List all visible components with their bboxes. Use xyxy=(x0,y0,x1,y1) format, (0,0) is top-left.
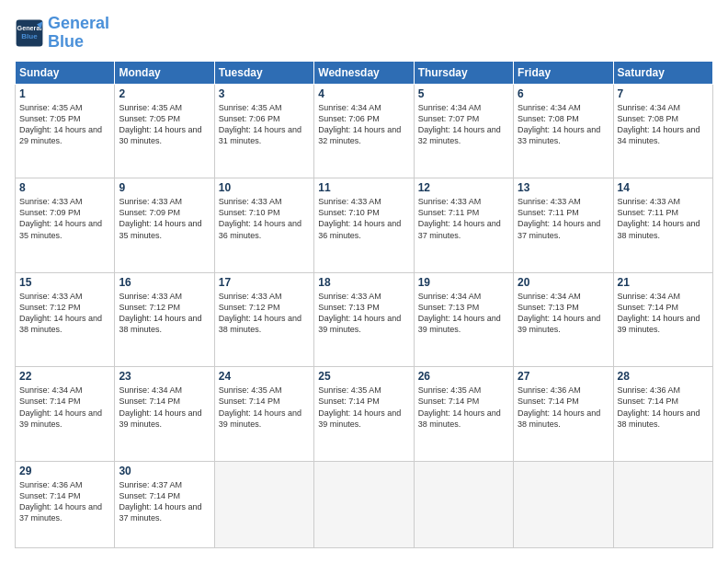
weekday-header-monday: Monday xyxy=(115,61,214,84)
day-info: Sunrise: 4:33 AM Sunset: 7:09 PM Dayligh… xyxy=(19,196,110,241)
day-number: 3 xyxy=(219,87,310,100)
day-number: 17 xyxy=(219,276,310,289)
calendar-cell xyxy=(414,461,513,547)
day-info: Sunrise: 4:35 AM Sunset: 7:05 PM Dayligh… xyxy=(19,102,110,147)
calendar-cell: 6 Sunrise: 4:34 AM Sunset: 7:08 PM Dayli… xyxy=(514,84,613,178)
day-info: Sunrise: 4:36 AM Sunset: 7:14 PM Dayligh… xyxy=(518,385,609,430)
calendar-cell: 7 Sunrise: 4:34 AM Sunset: 7:08 PM Dayli… xyxy=(613,84,712,178)
week-row-3: 15 Sunrise: 4:33 AM Sunset: 7:12 PM Dayl… xyxy=(16,272,713,367)
calendar-cell: 21 Sunrise: 4:34 AM Sunset: 7:14 PM Dayl… xyxy=(613,272,712,367)
day-info: Sunrise: 4:33 AM Sunset: 7:12 PM Dayligh… xyxy=(119,291,210,336)
day-info: Sunrise: 4:36 AM Sunset: 7:14 PM Dayligh… xyxy=(618,385,709,430)
calendar-table: SundayMondayTuesdayWednesdayThursdayFrid… xyxy=(15,61,713,548)
calendar-cell: 9 Sunrise: 4:33 AM Sunset: 7:09 PM Dayli… xyxy=(115,178,214,273)
calendar-cell: 30 Sunrise: 4:37 AM Sunset: 7:14 PM Dayl… xyxy=(115,461,214,547)
day-number: 8 xyxy=(19,181,110,194)
day-number: 13 xyxy=(518,181,609,194)
day-number: 21 xyxy=(618,276,709,289)
day-info: Sunrise: 4:36 AM Sunset: 7:14 PM Dayligh… xyxy=(19,479,110,524)
day-info: Sunrise: 4:33 AM Sunset: 7:12 PM Dayligh… xyxy=(19,291,110,336)
calendar-cell xyxy=(613,461,712,547)
day-info: Sunrise: 4:35 AM Sunset: 7:14 PM Dayligh… xyxy=(219,385,310,430)
calendar-cell: 3 Sunrise: 4:35 AM Sunset: 7:06 PM Dayli… xyxy=(214,84,313,178)
day-number: 16 xyxy=(119,276,210,289)
day-number: 29 xyxy=(19,465,110,477)
day-info: Sunrise: 4:37 AM Sunset: 7:14 PM Dayligh… xyxy=(119,479,210,524)
day-number: 23 xyxy=(119,370,210,383)
day-number: 2 xyxy=(119,87,210,100)
calendar-cell: 8 Sunrise: 4:33 AM Sunset: 7:09 PM Dayli… xyxy=(16,178,115,273)
day-number: 15 xyxy=(19,276,110,289)
day-number: 20 xyxy=(518,276,609,289)
day-info: Sunrise: 4:33 AM Sunset: 7:09 PM Dayligh… xyxy=(119,196,210,241)
day-number: 24 xyxy=(219,370,310,383)
day-info: Sunrise: 4:34 AM Sunset: 7:08 PM Dayligh… xyxy=(518,102,609,147)
calendar-cell: 1 Sunrise: 4:35 AM Sunset: 7:05 PM Dayli… xyxy=(16,84,115,178)
calendar-cell: 27 Sunrise: 4:36 AM Sunset: 7:14 PM Dayl… xyxy=(514,367,613,462)
day-info: Sunrise: 4:35 AM Sunset: 7:06 PM Dayligh… xyxy=(219,102,310,147)
weekday-header-wednesday: Wednesday xyxy=(314,61,414,84)
day-info: Sunrise: 4:33 AM Sunset: 7:11 PM Dayligh… xyxy=(618,196,709,241)
day-info: Sunrise: 4:35 AM Sunset: 7:14 PM Dayligh… xyxy=(318,385,409,430)
week-row-2: 8 Sunrise: 4:33 AM Sunset: 7:09 PM Dayli… xyxy=(16,178,713,273)
logo-text: General Blue xyxy=(48,15,109,52)
calendar-cell: 15 Sunrise: 4:33 AM Sunset: 7:12 PM Dayl… xyxy=(16,272,115,367)
calendar-cell: 16 Sunrise: 4:33 AM Sunset: 7:12 PM Dayl… xyxy=(115,272,214,367)
day-number: 25 xyxy=(318,370,409,383)
day-info: Sunrise: 4:33 AM Sunset: 7:12 PM Dayligh… xyxy=(219,291,310,336)
svg-text:Blue: Blue xyxy=(21,32,38,40)
day-number: 6 xyxy=(518,87,609,100)
calendar-cell: 14 Sunrise: 4:33 AM Sunset: 7:11 PM Dayl… xyxy=(613,178,712,273)
day-info: Sunrise: 4:33 AM Sunset: 7:13 PM Dayligh… xyxy=(318,291,409,336)
calendar-cell: 5 Sunrise: 4:34 AM Sunset: 7:07 PM Dayli… xyxy=(414,84,513,178)
weekday-header-saturday: Saturday xyxy=(613,61,712,84)
header: General Blue General Blue xyxy=(15,15,713,52)
calendar-cell: 29 Sunrise: 4:36 AM Sunset: 7:14 PM Dayl… xyxy=(16,461,115,547)
calendar-cell xyxy=(214,461,313,547)
calendar-cell: 11 Sunrise: 4:33 AM Sunset: 7:10 PM Dayl… xyxy=(314,178,414,273)
calendar-cell: 18 Sunrise: 4:33 AM Sunset: 7:13 PM Dayl… xyxy=(314,272,414,367)
day-number: 26 xyxy=(418,370,509,383)
day-number: 28 xyxy=(618,370,709,383)
day-number: 10 xyxy=(219,181,310,194)
day-number: 11 xyxy=(318,181,409,194)
calendar-cell: 25 Sunrise: 4:35 AM Sunset: 7:14 PM Dayl… xyxy=(314,367,414,462)
calendar-cell: 22 Sunrise: 4:34 AM Sunset: 7:14 PM Dayl… xyxy=(16,367,115,462)
calendar-cell: 20 Sunrise: 4:34 AM Sunset: 7:13 PM Dayl… xyxy=(514,272,613,367)
day-info: Sunrise: 4:33 AM Sunset: 7:10 PM Dayligh… xyxy=(318,196,409,241)
day-info: Sunrise: 4:34 AM Sunset: 7:06 PM Dayligh… xyxy=(318,102,409,147)
day-info: Sunrise: 4:34 AM Sunset: 7:08 PM Dayligh… xyxy=(618,102,709,147)
weekday-header-thursday: Thursday xyxy=(414,61,513,84)
weekday-header-sunday: Sunday xyxy=(16,61,115,84)
calendar-cell: 28 Sunrise: 4:36 AM Sunset: 7:14 PM Dayl… xyxy=(613,367,712,462)
day-info: Sunrise: 4:34 AM Sunset: 7:13 PM Dayligh… xyxy=(418,291,509,336)
weekday-header-friday: Friday xyxy=(514,61,613,84)
weekday-header-tuesday: Tuesday xyxy=(214,61,313,84)
calendar-cell: 26 Sunrise: 4:35 AM Sunset: 7:14 PM Dayl… xyxy=(414,367,513,462)
calendar-cell: 12 Sunrise: 4:33 AM Sunset: 7:11 PM Dayl… xyxy=(414,178,513,273)
day-info: Sunrise: 4:34 AM Sunset: 7:14 PM Dayligh… xyxy=(119,385,210,430)
calendar-cell xyxy=(314,461,414,547)
day-number: 1 xyxy=(19,87,110,100)
day-number: 4 xyxy=(318,87,409,100)
calendar-cell: 24 Sunrise: 4:35 AM Sunset: 7:14 PM Dayl… xyxy=(214,367,313,462)
day-number: 27 xyxy=(518,370,609,383)
calendar-cell: 10 Sunrise: 4:33 AM Sunset: 7:10 PM Dayl… xyxy=(214,178,313,273)
calendar-cell: 23 Sunrise: 4:34 AM Sunset: 7:14 PM Dayl… xyxy=(115,367,214,462)
day-number: 18 xyxy=(318,276,409,289)
day-number: 30 xyxy=(119,465,210,477)
day-number: 9 xyxy=(119,181,210,194)
day-info: Sunrise: 4:33 AM Sunset: 7:11 PM Dayligh… xyxy=(418,196,509,241)
day-info: Sunrise: 4:34 AM Sunset: 7:14 PM Dayligh… xyxy=(19,385,110,430)
day-info: Sunrise: 4:35 AM Sunset: 7:14 PM Dayligh… xyxy=(418,385,509,430)
calendar-cell xyxy=(514,461,613,547)
day-number: 22 xyxy=(19,370,110,383)
day-info: Sunrise: 4:33 AM Sunset: 7:11 PM Dayligh… xyxy=(518,196,609,241)
day-info: Sunrise: 4:33 AM Sunset: 7:10 PM Dayligh… xyxy=(219,196,310,241)
day-info: Sunrise: 4:34 AM Sunset: 7:14 PM Dayligh… xyxy=(618,291,709,336)
week-row-1: 1 Sunrise: 4:35 AM Sunset: 7:05 PM Dayli… xyxy=(16,84,713,178)
day-info: Sunrise: 4:35 AM Sunset: 7:05 PM Dayligh… xyxy=(119,102,210,147)
day-info: Sunrise: 4:34 AM Sunset: 7:13 PM Dayligh… xyxy=(518,291,609,336)
day-number: 5 xyxy=(418,87,509,100)
calendar-cell: 2 Sunrise: 4:35 AM Sunset: 7:05 PM Dayli… xyxy=(115,84,214,178)
